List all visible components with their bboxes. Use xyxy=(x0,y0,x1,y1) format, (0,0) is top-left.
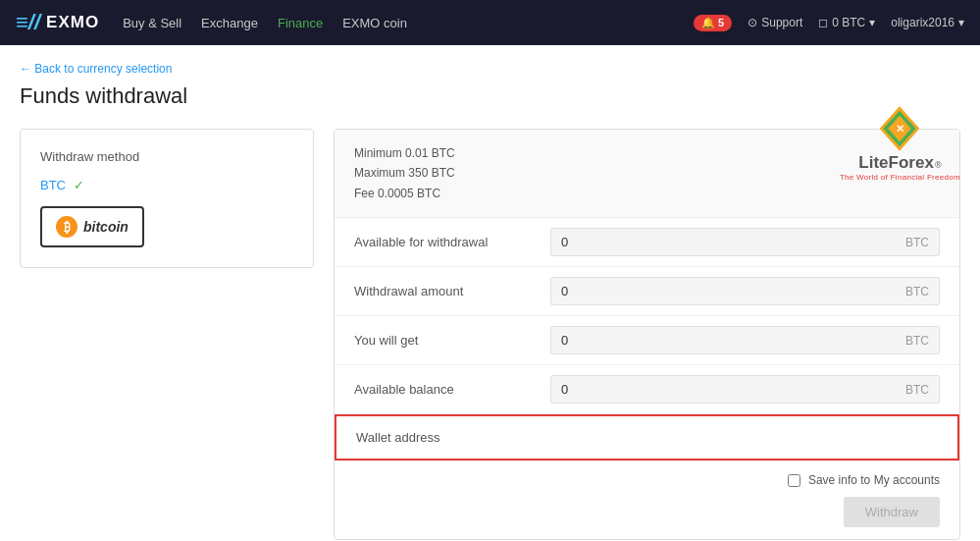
form-rows: Available for withdrawal 0 BTC Withdrawa… xyxy=(335,218,959,460)
logo-icon: ≡// xyxy=(16,10,40,35)
bitcoin-label: bitcoin xyxy=(83,219,129,235)
logo-text: EXMO xyxy=(46,13,99,32)
wallet-address-label: Wallet address xyxy=(356,430,552,445)
save-row: Save info to My accounts xyxy=(788,473,940,487)
bottom-actions: Save info to My accounts Withdraw xyxy=(335,460,959,539)
wallet-address-input[interactable] xyxy=(552,426,938,449)
withdraw-button[interactable]: Withdraw xyxy=(844,497,940,527)
selected-method-text: BTC xyxy=(40,178,66,192)
bitcoin-button[interactable]: ₿ bitcoin xyxy=(40,206,144,247)
save-label: Save info to My accounts xyxy=(808,473,940,487)
support-button[interactable]: ⊙ Support xyxy=(748,16,802,29)
available-withdrawal-value: 0 BTC xyxy=(550,228,940,256)
navbar: ≡// EXMO Buy & Sell Exchange Finance EXM… xyxy=(0,0,980,45)
notification-badge[interactable]: 🔔 5 xyxy=(694,15,732,31)
bitcoin-icon: ₿ xyxy=(56,216,77,238)
wallet-icon: ◻ xyxy=(818,16,828,29)
nav-exmo-coin[interactable]: EXMO coin xyxy=(342,16,407,30)
info-fee: Fee 0.0005 BTC xyxy=(354,184,940,203)
logo[interactable]: ≡// EXMO xyxy=(16,10,99,35)
liteforex-registered: ® xyxy=(935,160,942,170)
navbar-right: 🔔 5 ⊙ Support ◻ 0 BTC ▾ oligarix2016 ▾ xyxy=(694,15,964,31)
support-icon: ⊙ xyxy=(748,16,757,29)
liteforex-name: LiteForex xyxy=(858,153,934,173)
nav-finance[interactable]: Finance xyxy=(278,16,323,30)
page-title: Funds withdrawal xyxy=(20,83,960,109)
nav-buy-sell[interactable]: Buy & Sell xyxy=(123,16,181,30)
you-will-get-value: 0 BTC xyxy=(550,326,940,354)
withdrawal-amount-row: Withdrawal amount 0 BTC xyxy=(335,267,959,316)
partner-logo: ✕ LiteForex ® The World of Financial Fre… xyxy=(840,104,960,182)
you-will-get-label: You will get xyxy=(354,333,550,348)
save-checkbox[interactable] xyxy=(788,474,800,487)
liteforex-logo: ✕ LiteForex ® The World of Financial Fre… xyxy=(840,104,960,182)
nav-exchange[interactable]: Exchange xyxy=(201,16,258,30)
two-column-layout: Withdraw method BTC ✓ ₿ bitcoin Minimum … xyxy=(20,129,960,540)
withdrawal-amount-value[interactable]: 0 BTC xyxy=(550,277,940,305)
chevron-down-icon: ▾ xyxy=(958,16,964,29)
available-balance-row: Available balance 0 BTC xyxy=(335,365,959,414)
available-withdrawal-label: Available for withdrawal xyxy=(354,235,550,249)
wallet-button[interactable]: ◻ 0 BTC ▾ xyxy=(818,16,875,29)
withdrawal-amount-label: Withdrawal amount xyxy=(354,284,550,298)
chevron-down-icon: ▾ xyxy=(869,16,875,29)
user-menu[interactable]: oligarix2016 ▾ xyxy=(891,16,964,29)
withdraw-method-label: Withdraw method xyxy=(40,149,293,164)
available-balance-label: Available balance xyxy=(354,382,550,397)
check-icon: ✓ xyxy=(74,178,84,192)
liteforex-tagline: The World of Financial Freedom xyxy=(840,173,960,182)
nav-links: Buy & Sell Exchange Finance EXMO coin xyxy=(123,16,407,30)
right-panel: Minimum 0.01 BTC Maximum 350 BTC Fee 0.0… xyxy=(334,129,960,540)
svg-text:✕: ✕ xyxy=(896,123,904,135)
available-withdrawal-row: Available for withdrawal 0 BTC xyxy=(335,218,959,267)
back-link[interactable]: ← Back to currency selection xyxy=(20,62,172,76)
main-content: ✕ LiteForex ® The World of Financial Fre… xyxy=(0,45,980,541)
left-panel: Withdraw method BTC ✓ ₿ bitcoin xyxy=(20,129,314,268)
liteforex-diamond-icon: ✕ xyxy=(875,104,924,153)
method-select-row: BTC ✓ xyxy=(40,178,293,192)
wallet-address-row[interactable]: Wallet address xyxy=(335,414,959,460)
you-will-get-row: You will get 0 BTC xyxy=(335,316,959,365)
available-balance-value: 0 BTC xyxy=(550,375,940,404)
